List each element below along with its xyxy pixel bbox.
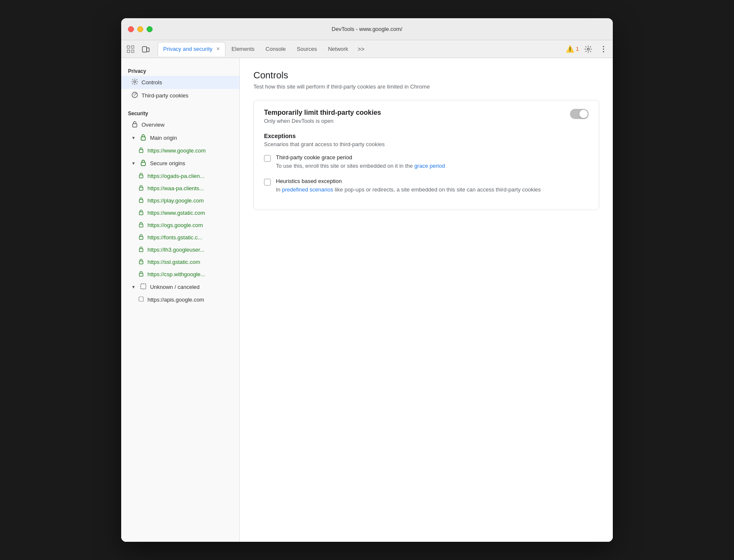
exceptions-title: Exceptions [264,133,589,139]
tab-label: Privacy and security [163,46,212,52]
svg-point-11 [132,92,138,98]
unknown-icon [140,283,147,291]
fullscreen-button[interactable] [147,26,153,32]
sidebar-item-secure-origins[interactable]: ▼ Secure origins [121,157,239,170]
secure-url-1: https://waa-pa.clients... [147,185,204,191]
tab-sources[interactable]: Sources [292,42,322,56]
svg-point-6 [587,48,589,50]
tab-label: Elements [231,46,254,52]
secure-origin-7[interactable]: https://ssl.gstatic.com [121,256,239,268]
title-bar: DevTools - www.google.com/ [121,18,613,40]
limit-cookies-toggle[interactable] [570,109,589,119]
tab-bar: Privacy and security ✕ Elements Console … [121,40,613,58]
tab-close-icon[interactable]: ✕ [216,46,220,52]
svg-rect-18 [141,162,145,166]
close-button[interactable] [128,26,134,32]
more-options-icon[interactable] [598,43,609,55]
warning-count: 1 [576,46,579,52]
svg-point-8 [603,48,604,50]
svg-rect-17 [139,150,143,152]
card-header-text: Temporarily limit third-party cookies On… [264,109,381,124]
svg-rect-22 [139,212,143,215]
tab-console[interactable]: Console [261,42,291,56]
secure-url-4: https://ogs.google.com [147,222,203,228]
svg-rect-1 [127,50,130,53]
svg-rect-26 [139,261,143,264]
predefined-scenarios-link[interactable]: predefined scenarios [282,186,333,193]
secure-origin-1[interactable]: https://waa-pa.clients... [121,182,239,194]
green-lock-icon [140,159,147,167]
sidebar-item-unknown-canceled[interactable]: ▼ Unknown / canceled [121,280,239,294]
unknown-url: https://apis.google.com [147,297,204,303]
sidebar-item-main-origin-url[interactable]: https://www.google.com [121,144,239,157]
secure-origin-0[interactable]: https://ogads-pa.clien... [121,170,239,182]
secure-origin-4[interactable]: https://ogs.google.com [121,219,239,231]
svg-rect-25 [139,249,143,252]
sidebar-item-overview[interactable]: Overview [121,118,239,131]
secure-origins-label: Secure origins [150,160,185,166]
exception-content-heuristics: Heuristics based exception In predefined… [276,178,541,194]
green-lock-small-icon [138,271,144,278]
tab-network[interactable]: Network [323,42,353,56]
svg-rect-16 [141,137,145,140]
more-tabs-button[interactable]: >> [354,44,368,54]
page-title: Controls [253,70,599,81]
heuristics-checkbox[interactable] [264,179,271,186]
exception-item-heuristics: Heuristics based exception In predefined… [264,178,589,194]
minimize-button[interactable] [137,26,143,32]
svg-rect-0 [127,46,130,48]
green-lock-small-icon [138,246,144,253]
grace-period-link[interactable]: grace period [414,163,445,169]
unknown-small-icon [138,296,144,303]
tab-elements[interactable]: Elements [226,42,259,56]
privacy-section-label: Privacy [121,65,239,76]
chevron-down-icon: ▼ [131,285,136,289]
cookie-icon [131,91,138,100]
main-layout: Privacy Controls [121,58,613,542]
grace-period-checkbox[interactable] [264,155,271,162]
devtools-window: DevTools - www.google.com/ Privacy and [121,18,613,542]
svg-rect-5 [147,48,149,52]
exception-content-grace-period: Third-party cookie grace period To use t… [276,154,445,170]
svg-rect-2 [131,46,134,48]
exception-item-grace-period: Third-party cookie grace period To use t… [264,154,589,170]
sidebar-item-controls[interactable]: Controls [121,76,239,89]
tab-bar-right: ⚠️ 1 [566,43,609,55]
sidebar-item-unknown-url[interactable]: https://apis.google.com [121,294,239,306]
svg-rect-3 [131,50,134,53]
card-subtitle: Only when DevTools is open [264,118,381,124]
svg-rect-21 [139,200,143,202]
svg-point-9 [603,51,604,52]
unknown-canceled-label: Unknown / canceled [150,284,200,290]
secure-origin-2[interactable]: https://play.google.com [121,194,239,207]
secure-origin-6[interactable]: https://lh3.googleuser... [121,244,239,256]
secure-origin-3[interactable]: https://www.gstatic.com [121,207,239,219]
green-lock-small-icon [138,172,144,180]
inspect-icon[interactable] [125,43,136,55]
tab-privacy-security[interactable]: Privacy and security ✕ [158,42,225,56]
svg-rect-19 [139,175,143,178]
secure-origin-8[interactable]: https://csp.withgoogle... [121,268,239,280]
green-lock-small-icon [138,258,144,266]
settings-icon[interactable] [582,43,594,55]
secure-url-5: https://fonts.gstatic.c... [147,234,202,241]
green-lock-small-icon [138,147,144,154]
secure-origin-5[interactable]: https://fonts.gstatic.c... [121,231,239,244]
sidebar-item-third-party-cookies[interactable]: Third-party cookies [121,89,239,102]
gear-icon [131,78,138,86]
svg-point-12 [133,94,134,94]
sidebar-item-main-origin[interactable]: ▼ Main origin [121,131,239,144]
device-toggle-icon[interactable] [140,43,152,55]
tab-label: Network [328,46,348,52]
exception1-title: Third-party cookie grace period [276,154,445,161]
svg-point-7 [603,46,604,47]
secure-url-3: https://www.gstatic.com [147,210,205,216]
warning-badge[interactable]: ⚠️ 1 [566,45,579,53]
page-subtitle: Test how this site will perform if third… [253,83,599,90]
green-lock-small-icon [138,234,144,241]
green-lock-small-icon [138,185,144,192]
svg-rect-28 [141,284,146,289]
exceptions-section: Exceptions Scenarios that grant access t… [264,133,589,194]
svg-point-14 [134,95,135,96]
traffic-lights [128,26,153,32]
